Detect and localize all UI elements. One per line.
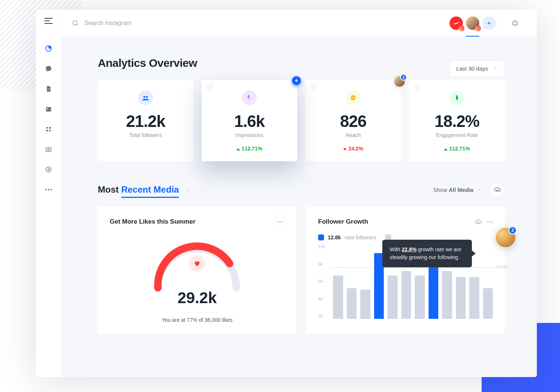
- reach-label: Reach: [314, 132, 393, 138]
- bar[interactable]: [333, 276, 343, 319]
- main-area: Analytics Overview Last 30 days 21.2k To…: [61, 10, 537, 377]
- bar[interactable]: [442, 271, 452, 319]
- add-account-button[interactable]: [482, 16, 496, 30]
- sidebar-item-more[interactable]: [45, 186, 52, 193]
- sidebar-item-explore[interactable]: [45, 166, 52, 173]
- stat-card-reach[interactable]: ? 2 826 Reach 24.2%: [305, 80, 401, 161]
- stat-card-engagement[interactable]: ? 18.2% Engagement Rate 112.71%: [409, 80, 505, 161]
- bar[interactable]: [360, 290, 370, 319]
- bar[interactable]: [483, 288, 493, 319]
- bottom-panels: Get More Likes this Summer 29: [98, 207, 505, 334]
- followers-value: 21.2k: [106, 112, 185, 131]
- media-section-header: Most Recent Media Show All Media: [98, 182, 505, 197]
- chevron-down-icon: [185, 188, 190, 193]
- date-range-select[interactable]: Last 30 days: [449, 60, 505, 77]
- search-icon: [72, 19, 79, 27]
- legend-swatch-blue: [318, 234, 324, 240]
- reach-icon: [346, 90, 361, 105]
- instagram-badge-icon: [475, 25, 481, 31]
- app-window: Analytics Overview Last 30 days 21.2k To…: [36, 10, 537, 377]
- cloud-download-icon[interactable]: [475, 219, 482, 225]
- help-icon[interactable]: ?: [311, 84, 317, 90]
- help-icon[interactable]: ?: [207, 84, 213, 90]
- download-button[interactable]: [490, 182, 505, 197]
- media-filter-select[interactable]: Show All Media: [433, 187, 482, 193]
- overview-title: Analytics Overview: [98, 57, 197, 69]
- growth-title: Follower Growth: [318, 218, 368, 225]
- sidebar-item-camera[interactable]: [45, 146, 52, 153]
- account-switcher: [449, 16, 496, 30]
- menu-toggle-icon[interactable]: [44, 18, 53, 24]
- goal-label: GOAL: [497, 265, 508, 269]
- gauge-title: Get More Likes this Summer: [110, 218, 284, 225]
- help-icon[interactable]: ?: [414, 84, 420, 90]
- reach-value: 826: [314, 112, 393, 131]
- media-title[interactable]: Most Recent Media: [98, 184, 190, 195]
- stat-card-followers[interactable]: 21.2k Total followers: [98, 80, 193, 161]
- settings-button[interactable]: [503, 10, 526, 36]
- stat-card-impressions[interactable]: ? + 1.6k Impressions 112.71%: [202, 80, 297, 161]
- svg-point-14: [351, 95, 356, 100]
- media-filter-controls: Show All Media: [433, 182, 505, 197]
- gauge-caption: You are at 77% of 36,000 likes: [110, 317, 284, 323]
- bar[interactable]: [456, 277, 466, 319]
- svg-point-7: [49, 130, 51, 132]
- media-title-accent: Recent Media: [121, 184, 179, 198]
- svg-rect-8: [46, 148, 51, 152]
- followers-label: Total followers: [106, 132, 185, 138]
- stat-cards-row: 21.2k Total followers ? + 1.6k Impressio…: [98, 80, 505, 161]
- topbar: [61, 10, 537, 37]
- bar[interactable]: [401, 271, 411, 319]
- account-avatar-nike[interactable]: [449, 16, 463, 30]
- bar[interactable]: [469, 277, 479, 319]
- impressions-icon: [242, 90, 257, 105]
- bar[interactable]: [415, 276, 425, 319]
- svg-point-12: [143, 96, 145, 98]
- sidebar-item-schedule[interactable]: [45, 105, 52, 113]
- growth-panel-actions: [475, 219, 493, 225]
- chevron-down-icon: [493, 66, 498, 71]
- panel-more-button[interactable]: [273, 215, 287, 228]
- search-field[interactable]: [72, 19, 449, 27]
- svg-rect-3: [47, 108, 48, 109]
- sidebar-item-analytics[interactable]: [45, 45, 52, 52]
- engagement-delta: 112.71%: [417, 146, 497, 152]
- cloud-download-icon: [494, 187, 501, 193]
- media-filter-value: All Media: [449, 187, 473, 193]
- collaborator-badge[interactable]: 2: [394, 76, 405, 87]
- sidebar-item-documents[interactable]: [45, 85, 52, 93]
- bar[interactable]: [347, 288, 357, 319]
- active-account-indicator: [466, 36, 479, 37]
- legend-value: 12.8k: [328, 234, 341, 240]
- heart-icon: [189, 255, 205, 272]
- instagram-badge-icon: [458, 25, 464, 31]
- svg-rect-6: [46, 130, 48, 132]
- sidebar-item-grid[interactable]: [45, 125, 52, 133]
- media-filter-prefix: Show: [433, 187, 449, 193]
- search-input[interactable]: [84, 20, 234, 27]
- growth-tooltip: With 22.8% growth rate we are steadily g…: [382, 240, 472, 267]
- sidebar-item-comments[interactable]: [45, 65, 52, 72]
- growth-bar-chart: 10k 8k 6k 4k 2k GOAL With 22.8% growth r…: [318, 244, 493, 319]
- svg-rect-2: [46, 107, 51, 112]
- svg-point-13: [146, 96, 148, 98]
- impressions-label: Impressions: [210, 132, 289, 138]
- add-badge-icon[interactable]: +: [292, 76, 301, 85]
- bar[interactable]: [388, 276, 398, 319]
- chevron-down-icon: [478, 187, 482, 192]
- likes-gauge-panel: Get More Likes this Summer 29: [98, 207, 296, 334]
- gauge-chart: [147, 234, 248, 293]
- overview-header: Analytics Overview Last 30 days: [98, 57, 505, 80]
- svg-rect-1: [47, 89, 49, 89]
- impressions-value: 1.6k: [210, 112, 289, 131]
- collaborator-count-badge: 2: [508, 226, 517, 234]
- svg-rect-5: [49, 127, 51, 129]
- date-range-label: Last 30 days: [456, 65, 488, 72]
- collaborator-avatar[interactable]: 2: [496, 228, 515, 247]
- legend-label: new followers: [345, 234, 376, 240]
- y-axis-labels: 10k 8k 6k 4k 2k: [318, 244, 325, 319]
- panel-more-icon[interactable]: [487, 221, 493, 223]
- content-area: Analytics Overview Last 30 days 21.2k To…: [61, 37, 537, 377]
- account-avatar-person[interactable]: [466, 16, 479, 30]
- engagement-value: 18.2%: [417, 112, 497, 131]
